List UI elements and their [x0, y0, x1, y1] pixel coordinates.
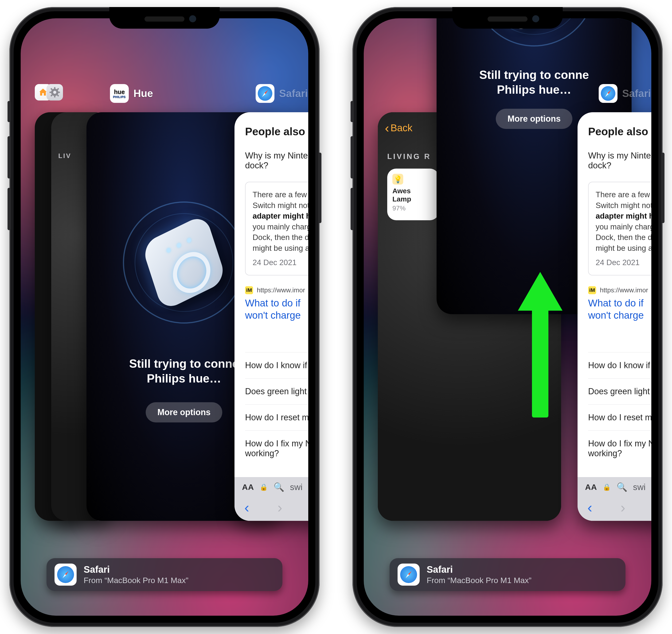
answer-date: 24 Dec 2021 — [596, 257, 651, 268]
home-accessory-tile[interactable]: 💡 AwesLamp 97% — [387, 169, 439, 220]
paa-question[interactable]: How do I reset my Ni — [245, 404, 308, 431]
power-button[interactable] — [318, 153, 321, 223]
address-text[interactable]: swi — [633, 482, 645, 492]
paa-question[interactable]: How do I fix my Nintworking? — [245, 431, 308, 466]
volume-down-button[interactable] — [351, 188, 354, 230]
featured-answer: There are a few dif Switch might not b a… — [588, 182, 651, 275]
source-url: https://www.imor — [600, 287, 648, 294]
hue-status-text: Still trying to conne Philips hue… — [124, 357, 244, 386]
address-text[interactable]: swi — [290, 482, 302, 492]
nav-back-button[interactable]: ‹ — [245, 500, 249, 515]
app-switcher-header: Safari — [364, 84, 651, 112]
safari-toolbar: AA 🔒 🔍 swi ‹ › — [234, 477, 308, 521]
paa-question[interactable]: Does green light on s — [245, 378, 308, 404]
hue-icon-sub: PHILIPS — [113, 95, 126, 98]
safari-app-label: Safari — [622, 88, 651, 99]
svg-line-7 — [57, 95, 59, 96]
screen: hue PHILIPS Hue Safari ‹ LIV — [21, 18, 308, 616]
hue-icon-text: hue — [114, 89, 125, 95]
safari-app-icon[interactable] — [599, 84, 618, 103]
notch — [452, 7, 563, 29]
nav-forward-button: › — [278, 500, 282, 515]
paa-list: How do I know if my Does green light on … — [588, 352, 651, 466]
lock-icon: 🔒 — [260, 483, 268, 491]
nav-forward-button: › — [621, 500, 625, 515]
source-title-link[interactable]: What to do if won't charge — [588, 297, 651, 322]
settings-app-icon[interactable] — [47, 84, 63, 100]
paa-question[interactable]: How do I reset my Ni — [588, 404, 651, 431]
safari-app-label: Safari — [279, 88, 308, 99]
tile-percent: 97% — [392, 204, 434, 212]
source-title-link[interactable]: What to do if won't charge — [245, 297, 308, 322]
answer-date: 24 Dec 2021 — [253, 257, 308, 268]
chevron-left-icon: ‹ — [385, 122, 389, 134]
handoff-title: Safari — [427, 564, 532, 575]
app-switcher-header: hue PHILIPS Hue Safari — [21, 84, 308, 112]
notch — [109, 7, 220, 29]
svg-line-8 — [57, 89, 59, 90]
home-room-label: LIV — [58, 152, 71, 160]
home-back-label: Back — [391, 122, 412, 133]
nav-back-button[interactable]: ‹ — [587, 500, 592, 515]
silence-switch[interactable] — [351, 101, 354, 122]
more-options-button[interactable]: More options — [146, 402, 222, 422]
safari-handoff-icon — [398, 564, 420, 586]
lamp-icon: 💡 — [392, 174, 403, 185]
paa-list: How do I know if my Does green light on … — [245, 352, 308, 466]
handoff-banner[interactable]: Safari From “MacBook Pro M1 Max” — [390, 558, 625, 591]
safari-card[interactable]: People also as Why is my Nintendo dock? … — [578, 112, 651, 521]
paa-question-1[interactable]: Why is my Nintendo dock? — [245, 151, 308, 170]
hue-app-icon[interactable]: hue PHILIPS — [110, 84, 129, 103]
paa-question[interactable]: How do I know if my — [245, 352, 308, 378]
people-also-ask-heading: People also as — [588, 125, 651, 138]
source-favicon: iM — [245, 286, 253, 294]
paa-question[interactable]: How do I know if my — [588, 352, 651, 378]
text-size-button[interactable]: AA — [585, 483, 597, 492]
svg-line-9 — [51, 95, 52, 96]
hue-bridge-graphic — [118, 197, 250, 328]
power-button[interactable] — [661, 153, 665, 223]
paa-question[interactable]: Does green light on s — [588, 378, 651, 404]
handoff-subtitle: From “MacBook Pro M1 Max” — [84, 576, 188, 585]
safari-app-icon[interactable] — [256, 84, 274, 103]
iphone-mock-right: Safari ‹ Back LIVING R 💡 AwesLamp — [352, 7, 663, 627]
text-size-button[interactable]: AA — [242, 483, 254, 492]
handoff-banner[interactable]: Safari From “MacBook Pro M1 Max” — [47, 558, 282, 591]
volume-down-button[interactable] — [7, 188, 11, 230]
svg-line-6 — [51, 89, 52, 90]
source-url: https://www.imor — [257, 287, 305, 294]
handoff-title: Safari — [84, 564, 188, 575]
paa-question-1[interactable]: Why is my Nintendo dock? — [588, 151, 651, 170]
home-room-label: LIVING R — [387, 152, 431, 161]
safari-card[interactable]: People also as Why is my Nintendo dock? … — [234, 112, 308, 521]
screen: Safari ‹ Back LIVING R 💡 AwesLamp — [364, 18, 651, 616]
paa-question[interactable]: How do I fix my Nintworking? — [588, 431, 651, 466]
people-also-ask-heading: People also as — [245, 125, 308, 138]
safari-toolbar: AA 🔒 🔍 swi ‹ › — [578, 477, 651, 521]
volume-up-button[interactable] — [351, 136, 354, 178]
iphone-mock-left: hue PHILIPS Hue Safari ‹ LIV — [9, 7, 320, 627]
featured-answer: There are a few dif Switch might not b a… — [245, 182, 308, 275]
svg-point-1 — [53, 91, 56, 94]
lock-icon: 🔒 — [603, 483, 611, 491]
search-icon: 🔍 — [274, 482, 284, 492]
swipe-up-arrow-annotation — [529, 272, 551, 417]
safari-handoff-icon — [54, 564, 76, 586]
volume-up-button[interactable] — [7, 136, 11, 178]
source-favicon: iM — [588, 286, 596, 294]
silence-switch[interactable] — [7, 101, 11, 122]
handoff-subtitle: From “MacBook Pro M1 Max” — [427, 576, 532, 585]
hue-app-label: Hue — [134, 88, 153, 99]
search-icon: 🔍 — [617, 482, 627, 492]
